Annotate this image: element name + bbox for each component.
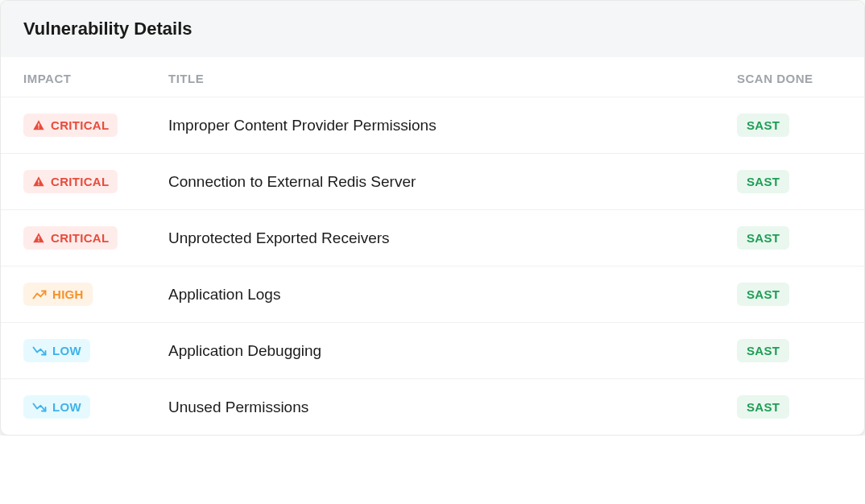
severity-badge-critical: CRITICAL: [23, 114, 118, 137]
vulnerability-title: Improper Content Provider Permissions: [168, 117, 437, 134]
cell-scan: SAST: [737, 395, 842, 419]
warning-triangle-icon: [32, 119, 45, 132]
cell-title: Unused Permissions: [168, 399, 737, 416]
table-header: IMPACT TITLE SCAN DONE: [1, 57, 864, 97]
scan-badge: SAST: [737, 114, 789, 137]
cell-title: Connection to External Redis Server: [168, 173, 737, 191]
scan-badge: SAST: [737, 226, 789, 250]
rows-container: CRITICALImproper Content Provider Permis…: [1, 97, 864, 435]
cell-title: Application Logs: [168, 286, 737, 304]
svg-rect-1: [38, 127, 39, 128]
scan-badge: SAST: [737, 283, 789, 306]
table-row[interactable]: CRITICALUnprotected Exported ReceiversSA…: [1, 209, 864, 266]
cell-title: Application Debugging: [168, 342, 737, 360]
cell-scan: SAST: [737, 170, 842, 193]
severity-badge-critical: CRITICAL: [23, 226, 118, 250]
cell-title: Unprotected Exported Receivers: [168, 229, 737, 247]
cell-impact: CRITICAL: [23, 226, 168, 250]
trend-down-icon: [32, 345, 47, 357]
cell-scan: SAST: [737, 226, 842, 250]
warning-triangle-icon: [32, 232, 45, 245]
vulnerability-title: Unused Permissions: [168, 399, 308, 415]
cell-scan: SAST: [737, 283, 842, 306]
severity-label: CRITICAL: [51, 175, 109, 188]
table-row[interactable]: LOWApplication DebuggingSAST: [1, 322, 864, 378]
severity-label: HIGH: [52, 287, 84, 301]
severity-badge-critical: CRITICAL: [23, 170, 118, 193]
panel-title: Vulnerability Details: [23, 19, 842, 39]
vulnerability-title: Unprotected Exported Receivers: [168, 229, 390, 246]
svg-rect-5: [38, 240, 39, 241]
svg-rect-0: [38, 123, 39, 126]
table-row[interactable]: CRITICALConnection to External Redis Ser…: [1, 153, 864, 209]
scan-badge: SAST: [737, 395, 789, 419]
severity-label: CRITICAL: [51, 231, 109, 245]
panel-header: Vulnerability Details: [1, 1, 864, 57]
cell-impact: LOW: [23, 395, 168, 419]
cell-impact: LOW: [23, 339, 168, 362]
svg-rect-3: [38, 184, 39, 184]
cell-impact: HIGH: [23, 283, 168, 306]
vulnerability-title: Application Debugging: [168, 342, 321, 359]
cell-scan: SAST: [737, 114, 842, 137]
trend-up-icon: [32, 289, 47, 300]
severity-badge-low: LOW: [23, 339, 90, 362]
vulnerability-title: Connection to External Redis Server: [168, 173, 416, 190]
table-row[interactable]: LOWUnused PermissionsSAST: [1, 378, 864, 435]
cell-impact: CRITICAL: [23, 114, 168, 137]
svg-rect-2: [38, 180, 39, 183]
table-row[interactable]: HIGHApplication LogsSAST: [1, 266, 864, 322]
severity-badge-high: HIGH: [23, 283, 93, 306]
severity-label: LOW: [52, 344, 81, 357]
scan-badge: SAST: [737, 339, 789, 362]
svg-rect-4: [38, 236, 39, 239]
vulnerability-title: Application Logs: [168, 286, 280, 303]
trend-down-icon: [32, 402, 47, 413]
cell-impact: CRITICAL: [23, 170, 168, 193]
warning-triangle-icon: [32, 176, 45, 188]
vulnerability-details-panel: Vulnerability Details IMPACT TITLE SCAN …: [0, 0, 865, 436]
column-header-title: TITLE: [168, 72, 737, 85]
severity-label: LOW: [52, 400, 81, 414]
severity-badge-low: LOW: [23, 395, 90, 419]
scan-badge: SAST: [737, 170, 789, 193]
table-row[interactable]: CRITICALImproper Content Provider Permis…: [1, 97, 864, 153]
severity-label: CRITICAL: [51, 118, 109, 132]
column-header-impact: IMPACT: [23, 72, 168, 85]
cell-scan: SAST: [737, 339, 842, 362]
column-header-scan: SCAN DONE: [737, 72, 842, 85]
cell-title: Improper Content Provider Permissions: [168, 117, 737, 134]
